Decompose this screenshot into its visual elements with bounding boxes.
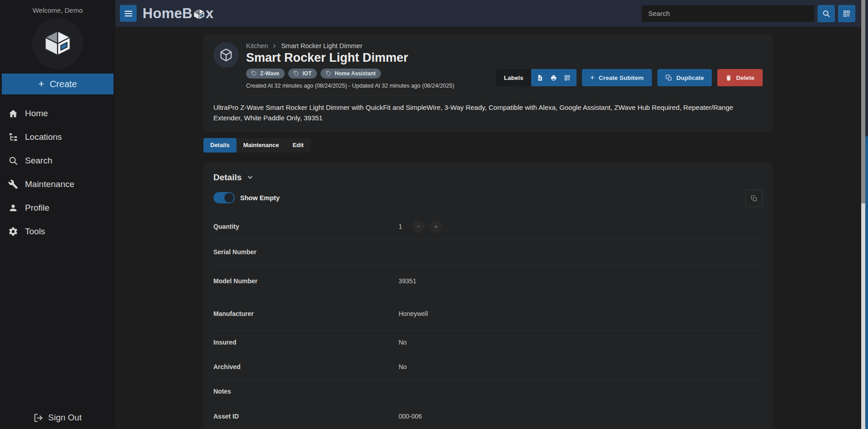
- search-input[interactable]: [642, 5, 814, 22]
- table-row: Quantity 1 − +: [213, 214, 763, 240]
- chevron-down-icon: [247, 174, 254, 181]
- labels-button[interactable]: Labels: [496, 69, 531, 86]
- table-row: Model Number 39351: [213, 265, 763, 298]
- wrench-icon: [8, 179, 18, 189]
- scrollbar-track[interactable]: [861, 0, 865, 429]
- gear-icon: [8, 227, 18, 237]
- box-icon: [219, 48, 233, 62]
- row-value: Honeywell: [399, 310, 428, 317]
- details-section-toggle[interactable]: Details: [213, 163, 254, 182]
- row-label: Model Number: [213, 277, 399, 285]
- tab-bar: Details Maintenance Edit: [203, 138, 311, 153]
- hamburger-icon: [123, 9, 133, 19]
- breadcrumb-current: Smart Rocker Light Dimmer: [281, 42, 362, 49]
- breadcrumb: Kitchen Smart Rocker Light Dimmer: [246, 42, 454, 49]
- chevron-right-icon: [272, 44, 277, 49]
- row-label: Insured: [213, 339, 399, 346]
- show-empty-toggle[interactable]: [213, 192, 235, 203]
- details-table: Quantity 1 − + Serial Number: [213, 214, 763, 429]
- create-button[interactable]: + Create: [2, 74, 113, 94]
- item-avatar: [213, 42, 239, 68]
- home-icon: [8, 108, 18, 118]
- row-label: Serial Number: [213, 248, 399, 256]
- create-subitem-button[interactable]: + Create Subitem: [582, 69, 652, 86]
- sidebar: Welcome, Demo + Create Home: [0, 0, 115, 429]
- row-label: Archived: [213, 363, 399, 370]
- window-edge-accent-top: [865, 0, 868, 136]
- main-content: Kitchen Smart Rocker Light Dimmer Smart …: [115, 27, 861, 429]
- label-tag[interactable]: Home Assistant: [321, 69, 381, 79]
- sidebar-item-locations[interactable]: Locations: [8, 125, 115, 149]
- box-logo-icon: [44, 30, 72, 57]
- row-value: 000-006: [399, 413, 422, 420]
- app-root: Welcome, Demo + Create Home: [0, 0, 868, 429]
- table-row: Archived No: [213, 355, 763, 380]
- item-actions: Labels: [496, 69, 763, 86]
- item-header-card: Kitchen Smart Rocker Light Dimmer Smart …: [203, 34, 773, 132]
- plus-icon: +: [39, 78, 44, 90]
- menu-button[interactable]: [120, 5, 137, 22]
- user-icon: [8, 203, 18, 213]
- table-row: Asset ID 000-006: [213, 404, 763, 429]
- label-print-button[interactable]: [547, 69, 561, 86]
- qr-code-icon: [564, 74, 571, 81]
- labels-button-group: Labels: [496, 69, 577, 86]
- table-row: Serial Number: [213, 240, 763, 265]
- toggle-knob: [224, 193, 234, 202]
- topbar: HomeB x: [115, 0, 861, 27]
- sidebar-item-search[interactable]: Search: [8, 149, 115, 173]
- trash-icon: [725, 74, 732, 81]
- item-description: UltraPro Z-Wave Smart Rocker Light Dimme…: [213, 96, 763, 132]
- row-value: No: [399, 339, 407, 346]
- page-title: Smart Rocker Light Dimmer: [246, 51, 454, 65]
- row-value: 1: [399, 223, 402, 230]
- table-row: Manufacturer Honeywell: [213, 298, 763, 330]
- table-row: Notes: [213, 380, 763, 404]
- label-qr-button[interactable]: [561, 69, 574, 86]
- label-file-button[interactable]: [533, 69, 547, 86]
- file-download-icon: [537, 74, 543, 81]
- row-label: Asset ID: [213, 413, 399, 420]
- tab-edit[interactable]: Edit: [286, 138, 311, 153]
- qr-scan-button[interactable]: [838, 5, 855, 22]
- copy-details-button[interactable]: [745, 190, 763, 207]
- app-logo: [32, 18, 83, 69]
- quantity-increment-button[interactable]: +: [430, 220, 442, 232]
- sidebar-item-tools[interactable]: Tools: [8, 220, 115, 243]
- tab-maintenance[interactable]: Maintenance: [237, 138, 286, 153]
- row-label: Notes: [213, 388, 399, 395]
- row-value: No: [399, 363, 407, 370]
- tag-icon: [326, 71, 331, 76]
- tag-icon: [252, 71, 257, 76]
- search-icon: [8, 156, 18, 166]
- quantity-decrement-button[interactable]: −: [412, 220, 424, 232]
- tab-details[interactable]: Details: [203, 138, 237, 153]
- tag-list: Z-Wave IOT Home Assistant: [246, 69, 454, 79]
- brand-logo[interactable]: HomeB x: [143, 5, 214, 22]
- show-empty-row: Show Empty: [213, 191, 763, 205]
- show-empty-label: Show Empty: [240, 194, 280, 202]
- copy-icon: [666, 74, 672, 81]
- copy-icon: [750, 195, 758, 202]
- plus-icon: +: [590, 73, 595, 82]
- created-updated-meta: Created At 32 minutes ago (08/24/2025) -…: [246, 83, 454, 89]
- tag-icon: [294, 71, 299, 76]
- logout-icon: [34, 413, 43, 423]
- quantity-stepper: − +: [412, 220, 442, 232]
- delete-button[interactable]: Delete: [717, 69, 763, 86]
- locations-tree-icon: [8, 132, 18, 142]
- sidebar-item-profile[interactable]: Profile: [8, 196, 115, 220]
- duplicate-button[interactable]: Duplicate: [657, 69, 712, 86]
- row-label: Manufacturer: [213, 310, 399, 317]
- sign-out-button[interactable]: Sign Out: [34, 413, 82, 423]
- sidebar-item-home[interactable]: Home: [8, 102, 115, 125]
- label-tag[interactable]: IOT: [288, 69, 317, 79]
- row-value: 39351: [399, 277, 416, 285]
- label-tag[interactable]: Z-Wave: [246, 69, 285, 79]
- breadcrumb-parent-link[interactable]: Kitchen: [246, 42, 268, 49]
- table-row: Insured No: [213, 330, 763, 355]
- search-button[interactable]: [818, 5, 835, 22]
- scrollbar-thumb[interactable]: [861, 0, 865, 203]
- sidebar-item-maintenance[interactable]: Maintenance: [8, 173, 115, 196]
- sidebar-menu: Home Locations Search Maintenance Profil…: [0, 94, 115, 243]
